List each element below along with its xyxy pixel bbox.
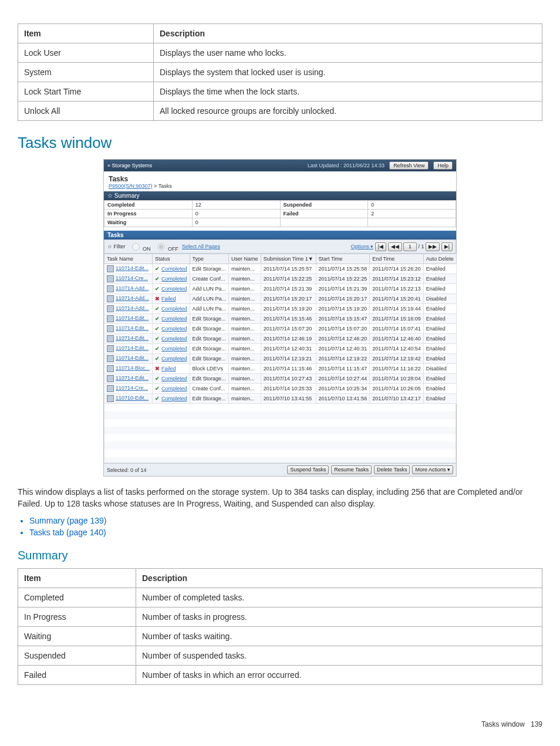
task-row[interactable]: 110714-Edit...CompletedEdit Storage...ma… bbox=[104, 324, 457, 334]
col-start[interactable]: Start Time bbox=[316, 254, 370, 264]
col-item: Item bbox=[18, 568, 136, 588]
task-row[interactable]: 110714-Add...CompletedAdd LUN Pa...maint… bbox=[104, 304, 457, 314]
link-summary[interactable]: Summary (page 139) bbox=[29, 516, 107, 525]
grid-empty-area bbox=[104, 404, 456, 463]
task-icon bbox=[107, 355, 114, 362]
status-link[interactable]: Completed bbox=[161, 286, 187, 292]
resume-tasks-button[interactable]: Resume Tasks bbox=[331, 465, 372, 474]
task-row[interactable]: 110714-Edit...CompletedEdit Storage...ma… bbox=[104, 314, 457, 324]
task-name-link[interactable]: 110714-Edit... bbox=[116, 345, 149, 351]
col-task-name[interactable]: Task Name bbox=[104, 254, 153, 264]
task-icon bbox=[107, 345, 114, 352]
task-icon bbox=[107, 285, 114, 292]
task-name-link[interactable]: 110714-Edit... bbox=[116, 375, 149, 381]
task-name-link[interactable]: 110714-Cre... bbox=[116, 385, 148, 391]
status-link[interactable]: Completed bbox=[161, 326, 187, 332]
col-desc: Description bbox=[154, 24, 542, 43]
filter-label: ☆ Filter bbox=[107, 244, 126, 249]
task-name-link[interactable]: 110714-Bloc... bbox=[116, 365, 150, 371]
task-row[interactable]: 110714-Edit...CompletedEdit Storage...ma… bbox=[104, 344, 457, 354]
task-row[interactable]: 110714-Bloc...FailedBlock LDEVsmainten..… bbox=[104, 364, 457, 374]
task-icon bbox=[107, 305, 114, 312]
status-link[interactable]: Completed bbox=[161, 376, 187, 382]
task-icon bbox=[107, 375, 114, 382]
col-item: Item bbox=[18, 24, 154, 43]
more-actions-button[interactable]: More Actions ▾ bbox=[412, 465, 453, 474]
status-link[interactable]: Completed bbox=[161, 396, 187, 401]
link-tasks-tab[interactable]: Tasks tab (page 140) bbox=[29, 528, 106, 537]
status-link[interactable]: Completed bbox=[161, 336, 187, 342]
back-storage-link[interactable]: « Storage Systems bbox=[107, 163, 152, 168]
status-link[interactable]: Completed bbox=[161, 306, 187, 312]
task-row[interactable]: 110714-Edit...CompletedEdit Storage...ma… bbox=[104, 374, 457, 384]
task-name-link[interactable]: 110714-Edit... bbox=[116, 335, 149, 341]
table-row: Unlock AllAll locked resource groups are… bbox=[18, 102, 542, 121]
task-icon bbox=[107, 315, 114, 322]
col-submission[interactable]: Submission Time 1▼ bbox=[261, 254, 316, 264]
task-row[interactable]: 110710-Edit...CompletedEdit Storage...ma… bbox=[104, 394, 457, 404]
task-name-link[interactable]: 110710-Edit... bbox=[116, 395, 149, 401]
col-user[interactable]: User Name bbox=[229, 254, 261, 264]
refresh-view-button[interactable]: Refresh View bbox=[389, 161, 429, 170]
delete-tasks-button[interactable]: Delete Tasks bbox=[374, 465, 410, 474]
status-link[interactable]: Completed bbox=[161, 356, 187, 362]
status-link[interactable]: Completed bbox=[161, 266, 187, 272]
task-row[interactable]: 110714-Cre...CompletedCreate Conf...main… bbox=[104, 384, 457, 394]
page-next-button[interactable]: ▶▶ bbox=[426, 242, 440, 251]
page-last-button[interactable]: ▶| bbox=[441, 242, 453, 251]
task-row[interactable]: 110714-Cre...CompletedCreate Conf...main… bbox=[104, 274, 457, 284]
task-icon bbox=[107, 325, 114, 332]
table-row: SuspendedNumber of suspended tasks. bbox=[18, 646, 542, 665]
page-first-button[interactable]: |◀ bbox=[375, 242, 386, 251]
tasks-window-description: This window displays a list of tasks per… bbox=[18, 486, 542, 510]
task-name-link[interactable]: 110714-Add... bbox=[116, 295, 149, 301]
task-name-link[interactable]: 110714-Edit... bbox=[116, 355, 149, 361]
table-row: SystemDisplays the system that locked us… bbox=[18, 63, 542, 82]
col-type[interactable]: Type bbox=[190, 254, 229, 264]
selected-count: Selected: 0 of 14 bbox=[107, 467, 147, 473]
task-row[interactable]: 110714-Add...FailedAdd LUN Pa...mainten.… bbox=[104, 294, 457, 304]
task-row[interactable]: 110714-Edit...CompletedEdit Storage...ma… bbox=[104, 354, 457, 364]
page-footer: Tasks window 139 bbox=[18, 720, 542, 728]
status-link[interactable]: Completed bbox=[161, 346, 187, 352]
options-menu[interactable]: Options ▾ bbox=[351, 244, 374, 249]
summary-header: Summary bbox=[114, 193, 140, 199]
col-desc: Description bbox=[136, 568, 542, 588]
task-name-link[interactable]: 110714-Edit... bbox=[116, 315, 149, 321]
task-name-link[interactable]: 110714-Edit... bbox=[116, 265, 149, 271]
filter-on-radio[interactable]: ON bbox=[129, 241, 151, 252]
suspend-tasks-button[interactable]: Suspend Tasks bbox=[287, 465, 329, 474]
page-prev-button[interactable]: ◀◀ bbox=[388, 242, 402, 251]
status-link[interactable]: Failed bbox=[161, 366, 176, 372]
summary-table: Completed 12 Suspended 0 In Progress 0 F… bbox=[104, 200, 456, 227]
heading-tasks-window: Tasks window bbox=[18, 134, 542, 152]
col-end[interactable]: End Time bbox=[370, 254, 424, 264]
table-row: FailedNumber of tasks in which an error … bbox=[18, 665, 542, 684]
col-auto-delete[interactable]: Auto Delete bbox=[423, 254, 456, 264]
breadcrumb: P9500(S/N:90307) > Tasks bbox=[109, 183, 451, 189]
task-name-link[interactable]: 110714-Edit... bbox=[116, 325, 149, 331]
heading-summary: Summary bbox=[18, 549, 542, 562]
page-title: Tasks bbox=[109, 175, 451, 183]
breadcrumb-storage[interactable]: P9500(S/N:90307) bbox=[109, 183, 153, 189]
filter-off-radio[interactable]: OFF bbox=[154, 241, 179, 252]
select-all-pages-link[interactable]: Select All Pages bbox=[182, 244, 220, 249]
table-row: CompletedNumber of completed tasks. bbox=[18, 588, 542, 607]
tasks-tab[interactable]: Tasks bbox=[104, 231, 456, 239]
col-status[interactable]: Status bbox=[153, 254, 190, 264]
help-button[interactable]: Help bbox=[433, 161, 453, 170]
task-row[interactable]: 110714-Add...CompletedAdd LUN Pa...maint… bbox=[104, 284, 457, 294]
page-current: 1 bbox=[403, 242, 417, 251]
task-row[interactable]: 110714-Edit...CompletedEdit Storage...ma… bbox=[104, 264, 457, 274]
status-link[interactable]: Completed bbox=[161, 386, 187, 391]
task-name-link[interactable]: 110714-Add... bbox=[116, 305, 149, 311]
task-row[interactable]: 110714-Edit...CompletedEdit Storage...ma… bbox=[104, 334, 457, 344]
status-link[interactable]: Completed bbox=[161, 316, 187, 322]
task-icon bbox=[107, 385, 114, 392]
status-link[interactable]: Failed bbox=[161, 296, 176, 302]
task-icon bbox=[107, 365, 114, 372]
status-link[interactable]: Completed bbox=[161, 276, 187, 282]
task-name-link[interactable]: 110714-Cre... bbox=[116, 275, 148, 281]
task-name-link[interactable]: 110714-Add... bbox=[116, 285, 149, 291]
tasks-grid: Task Name Status Type User Name Submissi… bbox=[104, 254, 457, 404]
